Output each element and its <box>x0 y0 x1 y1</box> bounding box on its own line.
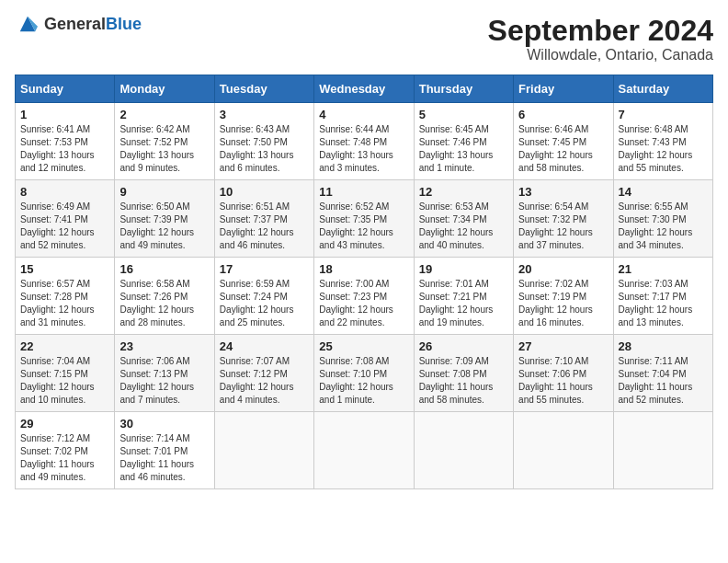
calendar-row: 8Sunrise: 6:49 AMSunset: 7:41 PMDaylight… <box>16 180 713 258</box>
calendar-cell: 17Sunrise: 6:59 AMSunset: 7:24 PMDayligh… <box>214 258 313 335</box>
day-detail: Sunrise: 6:43 AMSunset: 7:50 PMDaylight:… <box>220 123 309 175</box>
calendar-row: 15Sunrise: 6:57 AMSunset: 7:28 PMDayligh… <box>16 258 713 335</box>
day-number: 2 <box>119 108 209 121</box>
day-detail: Sunrise: 6:51 AMSunset: 7:37 PMDaylight:… <box>220 201 309 252</box>
weekday-header: Thursday <box>414 75 513 103</box>
day-number: 6 <box>518 108 608 121</box>
day-detail: Sunrise: 6:46 AMSunset: 7:45 PMDaylight:… <box>518 123 608 175</box>
calendar-cell: 13Sunrise: 6:54 AMSunset: 7:32 PMDayligh… <box>514 180 613 258</box>
day-number: 23 <box>119 339 209 353</box>
day-number: 15 <box>20 262 109 276</box>
day-number: 3 <box>220 108 309 121</box>
calendar-cell: 21Sunrise: 7:03 AMSunset: 7:17 PMDayligh… <box>613 258 712 335</box>
calendar-cell <box>613 412 712 489</box>
calendar-cell: 5Sunrise: 6:45 AMSunset: 7:46 PMDaylight… <box>414 103 513 180</box>
day-number: 17 <box>220 262 309 276</box>
calendar-cell: 1Sunrise: 6:41 AMSunset: 7:53 PMDaylight… <box>16 103 115 180</box>
weekday-header: Wednesday <box>314 75 414 103</box>
calendar-cell: 16Sunrise: 6:58 AMSunset: 7:26 PMDayligh… <box>115 258 214 335</box>
calendar-cell: 26Sunrise: 7:09 AMSunset: 7:08 PMDayligh… <box>414 335 513 412</box>
calendar-cell: 25Sunrise: 7:08 AMSunset: 7:10 PMDayligh… <box>314 335 414 412</box>
weekday-header: Sunday <box>16 75 115 103</box>
calendar-cell: 12Sunrise: 6:53 AMSunset: 7:34 PMDayligh… <box>414 180 513 258</box>
calendar-body: 1Sunrise: 6:41 AMSunset: 7:53 PMDaylight… <box>16 103 713 489</box>
day-number: 27 <box>518 339 608 353</box>
weekday-header: Saturday <box>613 75 712 103</box>
weekday-row: SundayMondayTuesdayWednesdayThursdayFrid… <box>16 75 713 103</box>
day-number: 7 <box>619 108 708 121</box>
day-number: 11 <box>319 185 408 199</box>
day-detail: Sunrise: 7:00 AMSunset: 7:23 PMDaylight:… <box>319 278 408 329</box>
calendar-cell: 30Sunrise: 7:14 AMSunset: 7:01 PMDayligh… <box>115 412 214 489</box>
day-detail: Sunrise: 6:44 AMSunset: 7:48 PMDaylight:… <box>319 123 408 175</box>
day-detail: Sunrise: 6:42 AMSunset: 7:52 PMDaylight:… <box>119 123 209 175</box>
calendar-cell: 4Sunrise: 6:44 AMSunset: 7:48 PMDaylight… <box>314 103 414 180</box>
day-number: 9 <box>119 185 209 199</box>
calendar-header: SundayMondayTuesdayWednesdayThursdayFrid… <box>16 75 713 103</box>
day-detail: Sunrise: 6:52 AMSunset: 7:35 PMDaylight:… <box>319 201 408 252</box>
day-detail: Sunrise: 7:02 AMSunset: 7:19 PMDaylight:… <box>518 278 608 329</box>
calendar-cell: 6Sunrise: 6:46 AMSunset: 7:45 PMDaylight… <box>514 103 613 180</box>
day-number: 30 <box>119 417 209 431</box>
logo-icon <box>15 14 40 34</box>
day-number: 8 <box>20 185 109 199</box>
calendar-cell: 2Sunrise: 6:42 AMSunset: 7:52 PMDaylight… <box>115 103 214 180</box>
day-number: 20 <box>518 262 608 276</box>
day-detail: Sunrise: 7:08 AMSunset: 7:10 PMDaylight:… <box>319 355 408 407</box>
day-detail: Sunrise: 6:41 AMSunset: 7:53 PMDaylight:… <box>20 123 109 175</box>
day-detail: Sunrise: 7:07 AMSunset: 7:12 PMDaylight:… <box>220 355 309 407</box>
day-number: 25 <box>319 339 408 353</box>
calendar-row: 1Sunrise: 6:41 AMSunset: 7:53 PMDaylight… <box>16 103 713 180</box>
day-number: 22 <box>20 339 109 353</box>
day-number: 19 <box>419 262 508 276</box>
title-block: September 2024 Willowdale, Ontario, Cana… <box>488 15 713 63</box>
day-number: 13 <box>518 185 608 199</box>
calendar-cell: 11Sunrise: 6:52 AMSunset: 7:35 PMDayligh… <box>314 180 414 258</box>
day-detail: Sunrise: 7:01 AMSunset: 7:21 PMDaylight:… <box>419 278 508 329</box>
logo: GeneralBlue <box>15 15 142 34</box>
logo-blue-text: Blue <box>106 15 142 33</box>
day-number: 29 <box>20 417 109 431</box>
calendar-cell: 24Sunrise: 7:07 AMSunset: 7:12 PMDayligh… <box>214 335 313 412</box>
day-detail: Sunrise: 7:10 AMSunset: 7:06 PMDaylight:… <box>518 355 608 407</box>
calendar-table: SundayMondayTuesdayWednesdayThursdayFrid… <box>15 75 713 489</box>
day-detail: Sunrise: 7:12 AMSunset: 7:02 PMDaylight:… <box>20 432 109 484</box>
day-detail: Sunrise: 6:54 AMSunset: 7:32 PMDaylight:… <box>518 201 608 252</box>
day-number: 16 <box>119 262 209 276</box>
calendar-cell: 19Sunrise: 7:01 AMSunset: 7:21 PMDayligh… <box>414 258 513 335</box>
weekday-header: Monday <box>115 75 214 103</box>
day-number: 4 <box>319 108 408 121</box>
calendar-subtitle: Willowdale, Ontario, Canada <box>488 47 713 63</box>
page-header: GeneralBlue September 2024 Willowdale, O… <box>15 15 713 63</box>
calendar-cell: 9Sunrise: 6:50 AMSunset: 7:39 PMDaylight… <box>115 180 214 258</box>
weekday-header: Tuesday <box>214 75 313 103</box>
logo-general-text: General <box>44 15 106 33</box>
day-detail: Sunrise: 6:50 AMSunset: 7:39 PMDaylight:… <box>119 201 209 252</box>
calendar-cell: 20Sunrise: 7:02 AMSunset: 7:19 PMDayligh… <box>514 258 613 335</box>
day-number: 18 <box>319 262 408 276</box>
day-detail: Sunrise: 6:57 AMSunset: 7:28 PMDaylight:… <box>20 278 109 329</box>
calendar-cell: 29Sunrise: 7:12 AMSunset: 7:02 PMDayligh… <box>16 412 115 489</box>
day-number: 21 <box>619 262 708 276</box>
day-detail: Sunrise: 7:04 AMSunset: 7:15 PMDaylight:… <box>20 355 109 407</box>
day-number: 14 <box>619 185 708 199</box>
calendar-cell: 22Sunrise: 7:04 AMSunset: 7:15 PMDayligh… <box>16 335 115 412</box>
calendar-cell: 15Sunrise: 6:57 AMSunset: 7:28 PMDayligh… <box>16 258 115 335</box>
calendar-row: 29Sunrise: 7:12 AMSunset: 7:02 PMDayligh… <box>16 412 713 489</box>
calendar-cell: 10Sunrise: 6:51 AMSunset: 7:37 PMDayligh… <box>214 180 313 258</box>
calendar-cell <box>314 412 414 489</box>
day-number: 28 <box>619 339 708 353</box>
calendar-cell: 28Sunrise: 7:11 AMSunset: 7:04 PMDayligh… <box>613 335 712 412</box>
calendar-cell: 18Sunrise: 7:00 AMSunset: 7:23 PMDayligh… <box>314 258 414 335</box>
calendar-cell: 3Sunrise: 6:43 AMSunset: 7:50 PMDaylight… <box>214 103 313 180</box>
calendar-cell <box>214 412 313 489</box>
day-detail: Sunrise: 6:55 AMSunset: 7:30 PMDaylight:… <box>619 201 708 252</box>
calendar-cell: 8Sunrise: 6:49 AMSunset: 7:41 PMDaylight… <box>16 180 115 258</box>
calendar-row: 22Sunrise: 7:04 AMSunset: 7:15 PMDayligh… <box>16 335 713 412</box>
day-detail: Sunrise: 7:14 AMSunset: 7:01 PMDaylight:… <box>119 432 209 484</box>
day-number: 24 <box>220 339 309 353</box>
calendar-cell: 23Sunrise: 7:06 AMSunset: 7:13 PMDayligh… <box>115 335 214 412</box>
calendar-cell: 27Sunrise: 7:10 AMSunset: 7:06 PMDayligh… <box>514 335 613 412</box>
calendar-title: September 2024 <box>488 15 713 47</box>
calendar-cell <box>414 412 513 489</box>
